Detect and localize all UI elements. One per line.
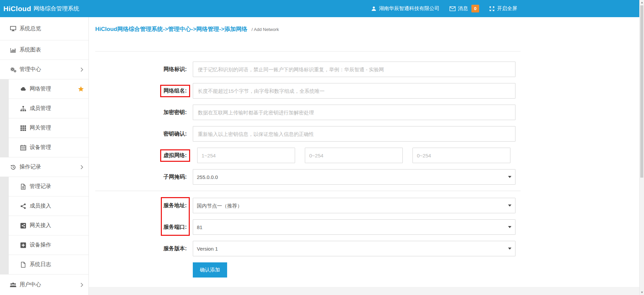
confirm-add-button[interactable]: 确认添加 — [193, 262, 227, 278]
sidebar-item-label: 操作记录 — [20, 163, 41, 171]
header-menu: 湖南华辰智通科技有限公司 消息 0 开启全屏 — [371, 0, 517, 17]
sidebar-item-label: 设备管理 — [30, 144, 51, 151]
sidebar-item-label: 网关管理 — [30, 124, 51, 132]
sidebar-item-user-center[interactable]: 用户中心 — [0, 274, 88, 295]
service-address-select-wrap: 国内节点一（推荐） — [193, 198, 515, 213]
service-version-select[interactable]: Version 1 — [193, 241, 515, 256]
form-row-service-port: 服务端口:81 — [89, 219, 639, 235]
scroll-down-arrow-icon[interactable] — [641, 292, 643, 293]
form-row-network-group: 网络组名: — [89, 83, 639, 99]
brand-name: HiCloud — [3, 5, 31, 13]
service-field-group: 服务地址:国内节点一（推荐）服务端口:81 — [89, 198, 639, 235]
virtual-network-octet-inputs — [193, 148, 510, 163]
company-menu[interactable]: 湖南华辰智通科技有限公司 — [371, 5, 439, 12]
field-label-text: 服务地址: — [164, 202, 187, 209]
field-label: 服务地址: — [89, 198, 187, 213]
page-background-strip — [89, 287, 639, 295]
service-version-select-wrap: Version 1 — [193, 241, 515, 256]
sidebar-item-system-logs[interactable]: 系统日志 — [9, 255, 88, 274]
gears-icon — [9, 67, 17, 73]
chart-icon — [9, 47, 17, 53]
field-label: 服务端口: — [89, 219, 187, 235]
users-icon — [9, 282, 17, 288]
desktop-icon — [9, 26, 17, 32]
sidebar-item-label: 网络管理 — [30, 85, 51, 93]
sidebar-item-gateway-management[interactable]: 网关管理 — [9, 118, 88, 138]
field-label-text: 服务版本: — [164, 245, 187, 252]
field-label: 服务版本: — [89, 241, 187, 256]
service-port-select-wrap: 81 — [193, 219, 515, 235]
sidebar-item-system-charts[interactable]: 系统图表 — [0, 40, 88, 60]
sidebar: 系统总览系统图表管理中心网络管理成员管理网关管理设备管理操作记录管理记录成员接入… — [0, 17, 89, 295]
key-confirm-input[interactable] — [193, 126, 515, 142]
sidebar-submenu: 网络管理成员管理网关管理设备管理 — [0, 79, 88, 157]
messages-label: 消息 — [458, 5, 468, 12]
breadcrumb-trail[interactable]: HiCloud网络综合管理系统->管理中心->网络管理->添加网络 — [95, 26, 247, 32]
scrollbar[interactable] — [639, 0, 644, 295]
encryption-key-input[interactable] — [193, 105, 515, 120]
sidebar-item-device-management[interactable]: 设备管理 — [9, 138, 88, 157]
sidebar-item-management-center[interactable]: 管理中心 — [0, 60, 88, 79]
network-name-input[interactable] — [193, 62, 515, 77]
field-label-text: 加密密钥: — [164, 109, 187, 116]
messages-menu[interactable]: 消息 0 — [450, 5, 479, 12]
company-name: 湖南华辰智通科技有限公司 — [379, 5, 439, 12]
share-square-icon — [19, 223, 27, 229]
sidebar-item-label: 成员接入 — [30, 202, 51, 210]
sidebar-item-device-operations[interactable]: 设备操作 — [9, 235, 88, 255]
sidebar-item-network-management[interactable]: 网络管理 — [9, 79, 88, 99]
sidebar-submenu: 管理记录成员接入网关接入设备操作系统日志 — [0, 177, 88, 274]
sidebar-item-label: 管理记录 — [30, 183, 51, 190]
user-icon — [371, 6, 377, 11]
sidebar-item-management-records[interactable]: 管理记录 — [9, 177, 88, 196]
sidebar-item-gateway-access[interactable]: 网关接入 — [9, 216, 88, 235]
field-label: 网络组名: — [89, 83, 187, 99]
share-icon — [19, 203, 27, 209]
sidebar-item-system-overview[interactable]: 系统总览 — [0, 17, 88, 40]
field-label: 加密密钥: — [89, 105, 187, 120]
sidebar-item-label: 用户中心 — [20, 281, 41, 288]
form-row-network-name: 网络标识: — [89, 62, 639, 77]
network-group-input[interactable] — [193, 83, 515, 99]
scroll-up-arrow-icon[interactable] — [641, 2, 643, 3]
messages-count-badge: 0 — [471, 5, 479, 12]
virtual-network-input-2[interactable] — [305, 148, 403, 163]
service-port-select[interactable]: 81 — [193, 219, 515, 235]
subnet-mask-select-wrap: 255.0.0.0 — [193, 169, 515, 185]
chevron-right-icon — [80, 283, 83, 287]
brand-subtitle: 网络综合管理系统 — [34, 5, 79, 12]
plus-square-icon — [19, 242, 27, 248]
form-row-service-address: 服务地址:国内节点一（推荐） — [89, 198, 639, 213]
virtual-network-input-1[interactable] — [197, 148, 295, 163]
field-label: 密钥确认: — [89, 126, 187, 142]
service-address-select[interactable]: 国内节点一（推荐） — [193, 198, 515, 213]
history-icon — [9, 164, 17, 170]
sidebar-item-label: 系统图表 — [20, 46, 41, 53]
form-row-key-confirm: 密钥确认: — [89, 126, 639, 142]
field-label-text: 网络组名: — [164, 88, 187, 94]
field-label: 虚拟网络: — [89, 148, 187, 163]
sitemap-icon — [19, 106, 27, 112]
favorite-star-icon[interactable] — [78, 86, 84, 92]
scrollbar-thumb[interactable] — [640, 5, 643, 178]
grid-icon — [19, 125, 27, 131]
sidebar-item-label: 管理中心 — [20, 66, 41, 73]
form-row-service-version: 服务版本:Version 1 — [89, 241, 639, 256]
fullscreen-toggle[interactable]: 开启全屏 — [489, 5, 517, 12]
field-label-text: 子网掩码: — [164, 174, 187, 181]
sidebar-item-member-management[interactable]: 成员管理 — [9, 99, 88, 118]
sidebar-item-operation-records[interactable]: 操作记录 — [0, 157, 88, 177]
form-row-encryption-key: 加密密钥: — [89, 105, 639, 120]
sidebar-item-label: 网关接入 — [30, 222, 51, 229]
calendar-icon — [19, 145, 27, 151]
breadcrumb-subtitle: / Add Network — [251, 27, 279, 32]
top-bar: HiCloud 网络综合管理系统 湖南华辰智通科技有限公司 消息 0 开启全屏 — [0, 0, 639, 17]
main-content: HiCloud网络综合管理系统->管理中心->网络管理->添加网络 / Add … — [89, 17, 639, 287]
virtual-network-input-3[interactable] — [413, 148, 510, 163]
sidebar-item-label: 设备操作 — [30, 242, 51, 249]
subnet-mask-select[interactable]: 255.0.0.0 — [193, 169, 515, 185]
form-row-subnet-mask: 子网掩码:255.0.0.0 — [89, 169, 639, 185]
sidebar-item-member-access[interactable]: 成员接入 — [9, 196, 88, 216]
field-label-text: 密钥确认: — [164, 131, 187, 138]
field-label-text: 网络标识: — [164, 66, 187, 73]
